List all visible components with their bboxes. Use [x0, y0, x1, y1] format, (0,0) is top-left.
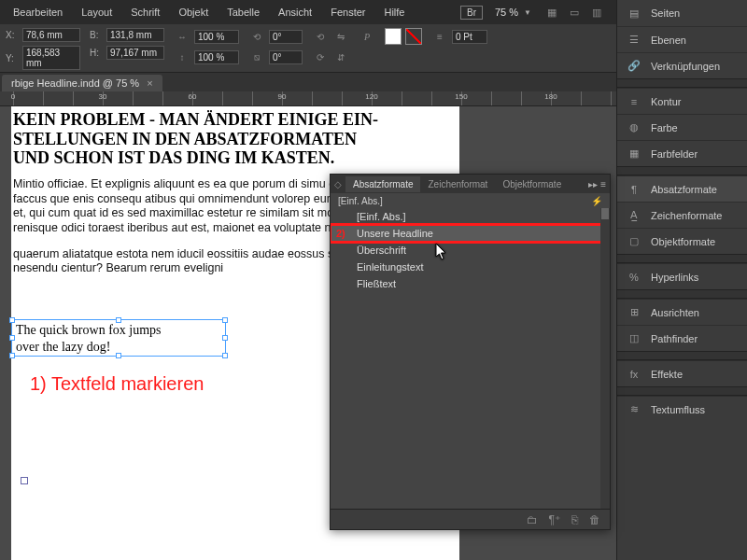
pstyles-current-row: [Einf. Abs.] ⚡	[331, 193, 610, 208]
menu-object[interactable]: Objekt	[169, 3, 218, 21]
tab-zeichenformat[interactable]: Zeichenformat	[420, 176, 495, 192]
stroke-swatch-icon[interactable]	[405, 28, 422, 45]
w-field[interactable]: 131,8 mm	[106, 28, 164, 42]
color-icon: ◍	[627, 120, 641, 135]
annotation-step-1: 1) Textfeld markieren	[30, 373, 204, 395]
stroke-icon: ≡	[627, 94, 641, 109]
menu-layout[interactable]: Layout	[72, 3, 121, 21]
menu-view[interactable]: Ansicht	[269, 3, 321, 21]
pstyle-item[interactable]: Überschrift	[331, 242, 610, 259]
handle-top-left[interactable]	[9, 317, 15, 323]
pstyles-tabstrip: ◇ Absatzformate Zeichenformat Objektform…	[331, 175, 610, 193]
handle-top-center[interactable]	[116, 317, 121, 323]
right-item-label: Objektformate	[651, 236, 715, 247]
right-item-obj[interactable]: ▢Objektformate	[617, 228, 747, 254]
right-item-label: Hyperlinks	[651, 272, 698, 283]
scale-y-icon: ↕	[174, 49, 190, 65]
panel-collapse-icon[interactable]: ▸▸ ≡	[588, 179, 606, 189]
layers-icon: ☰	[627, 33, 641, 48]
fx-icon: fx	[627, 367, 641, 382]
swatches-icon: ▦	[627, 147, 641, 161]
paragraph-styles-panel[interactable]: ◇ Absatzformate Zeichenformat Objektform…	[330, 174, 611, 530]
tab-absatzformate[interactable]: Absatzformate	[345, 176, 420, 192]
right-item-stroke[interactable]: ≡Kontur	[617, 88, 747, 114]
right-item-label: Zeichenformate	[651, 210, 722, 221]
right-item-label: Ausrichten	[651, 307, 699, 318]
chevron-down-icon: ▼	[524, 8, 531, 17]
trash-icon[interactable]: 🗑	[589, 513, 600, 526]
clear-override-icon[interactable]: ¶⁺	[549, 513, 560, 526]
pstyles-footer: 🗀 ¶⁺ ⎘ 🗑	[331, 509, 610, 529]
panel-grip-icon[interactable]: ◇	[331, 179, 345, 189]
menu-type[interactable]: Schrift	[121, 3, 169, 21]
menu-edit[interactable]: Bearbeiten	[4, 3, 72, 21]
right-item-swatches[interactable]: ▦Farbfelder	[617, 140, 747, 166]
arrange-icon[interactable]: ▥	[588, 4, 605, 21]
flip-h-icon[interactable]: ⇋	[332, 28, 349, 45]
menu-window[interactable]: Fenster	[321, 3, 374, 21]
zoom-dropdown[interactable]: 75 %▼	[488, 4, 538, 21]
close-tab-icon[interactable]: ×	[147, 77, 152, 89]
headline-text: KEIN PROBLEM - MAN ÄNDERT EINIGE EIN-STE…	[11, 106, 459, 168]
right-item-para[interactable]: ¶Absatzformate	[617, 175, 747, 202]
x-field[interactable]: 78,6 mm	[22, 28, 80, 42]
right-item-color[interactable]: ◍Farbe	[617, 114, 747, 140]
right-item-pages[interactable]: ▤Seiten	[617, 0, 747, 26]
scale-x-icon: ↔	[174, 28, 190, 45]
scrollbar-thumb[interactable]	[601, 208, 609, 219]
rotate-field[interactable]: 0°	[269, 30, 303, 44]
menu-help[interactable]: Hilfe	[374, 3, 414, 21]
right-item-pathfinder[interactable]: ◫Pathfinder	[617, 325, 747, 351]
pathfinder-icon: ◫	[627, 331, 641, 346]
menu-table[interactable]: Tabelle	[218, 3, 269, 21]
w-label: B:	[90, 30, 103, 40]
pstyles-scrollbar[interactable]	[600, 208, 610, 509]
screen-mode-icon[interactable]: ▭	[566, 4, 583, 21]
right-item-fx[interactable]: fxEffekte	[617, 360, 747, 386]
handle-bottom-right[interactable]	[222, 353, 228, 358]
document-tab-title: rbige Headline.indd @ 75 %	[11, 77, 139, 89]
new-style-icon[interactable]: ⎘	[571, 513, 578, 526]
shear-field[interactable]: 0°	[269, 50, 303, 64]
document-tab[interactable]: rbige Headline.indd @ 75 % ×	[2, 75, 162, 91]
p-icon[interactable]: P	[359, 28, 375, 45]
y-field[interactable]: 168,583 mm	[22, 46, 80, 70]
handle-mid-left[interactable]	[9, 335, 15, 341]
pstyle-item[interactable]: Unsere Headline	[331, 225, 610, 242]
horizontal-ruler: 0306090120150180	[0, 91, 616, 106]
pstyles-current-style: [Einf. Abs.]	[338, 196, 383, 206]
right-item-hyperlink[interactable]: %Hyperlinks	[617, 263, 747, 289]
scale-y-field[interactable]: 100 %	[194, 50, 239, 64]
flip-v-icon[interactable]: ⇵	[332, 49, 349, 65]
quick-apply-icon[interactable]: ⚡	[591, 196, 602, 206]
stroke-weight-field[interactable]: 0 Pt	[452, 30, 487, 44]
folder-icon[interactable]: 🗀	[527, 513, 538, 526]
handle-mid-right[interactable]	[222, 335, 228, 341]
fill-swatch-icon[interactable]	[385, 28, 402, 45]
scale-x-field[interactable]: 100 %	[194, 30, 239, 44]
right-item-label: Pathfinder	[651, 333, 698, 344]
rot90ccw-icon[interactable]: ⟲	[312, 28, 329, 45]
rot90cw-icon[interactable]: ⟳	[312, 49, 329, 65]
right-item-label: Verknüpfungen	[651, 61, 720, 72]
wrap-icon: ≋	[627, 402, 641, 417]
pages-icon: ▤	[627, 6, 641, 21]
h-field[interactable]: 97,167 mm	[106, 46, 164, 60]
tab-objektformate[interactable]: Objektformate	[495, 176, 569, 192]
bridge-badge[interactable]: Br	[460, 6, 483, 20]
selected-text-frame[interactable]: The quick brown fox jumpsover the lazy d…	[11, 319, 226, 357]
pstyle-item[interactable]: Fließtext	[331, 275, 610, 292]
handle-bottom-left[interactable]	[9, 353, 15, 358]
right-item-wrap[interactable]: ≋Textumfluss	[617, 396, 747, 422]
right-item-align[interactable]: ⊞Ausrichten	[617, 299, 747, 325]
handle-top-right[interactable]	[222, 317, 228, 323]
pstyle-item[interactable]: Einleitungstext	[331, 259, 610, 275]
handle-bottom-center[interactable]	[116, 353, 121, 358]
view-options-icon[interactable]: ▦	[543, 4, 560, 21]
right-item-char[interactable]: A̲Zeichenformate	[617, 202, 747, 228]
right-item-layers[interactable]: ☰Ebenen	[617, 26, 747, 52]
stroke-weight-icon: ≡	[431, 28, 448, 45]
h-label: H:	[90, 48, 103, 58]
pstyle-item[interactable]: [Einf. Abs.]	[331, 208, 610, 225]
right-item-links[interactable]: 🔗Verknüpfungen	[617, 52, 747, 78]
